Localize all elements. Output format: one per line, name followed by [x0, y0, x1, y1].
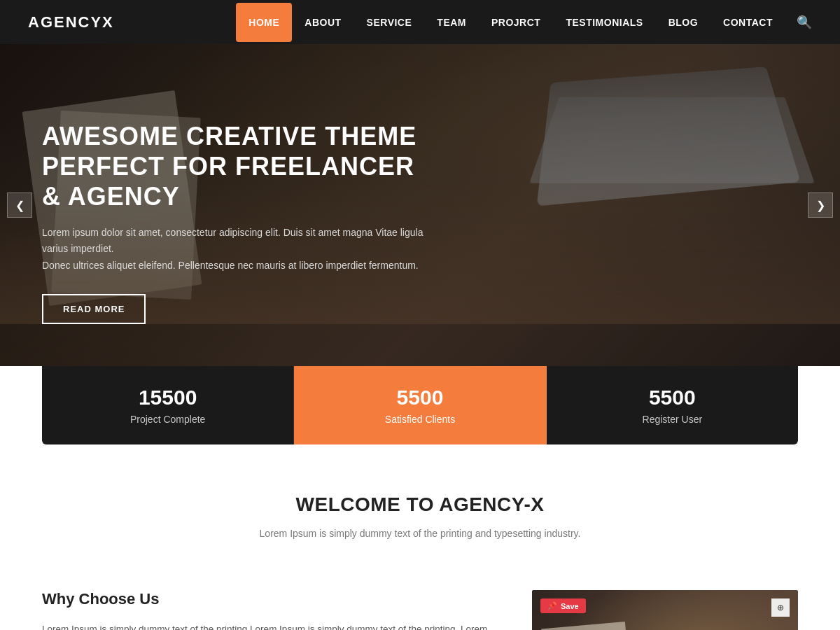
- nav-link-home[interactable]: HOME: [236, 3, 292, 42]
- brand-logo: AGENCYX: [28, 13, 114, 31]
- why-image: 📌 Save ⊕: [532, 590, 798, 630]
- hero-content: AWESOME CREATIVE THEME PERFECT FOR FREEL…: [0, 121, 476, 366]
- expand-button[interactable]: ⊕: [771, 598, 790, 617]
- read-more-button[interactable]: READ MORE: [42, 294, 146, 324]
- welcome-description: Lorem Ipsum is simply dummy text of the …: [42, 526, 798, 541]
- why-body-paragraph1: Lorem Ipsum is simply dummy text of the …: [42, 621, 490, 630]
- nav-item-project[interactable]: PROJRCT: [479, 3, 553, 42]
- why-section: Why Choose Us Lorem Ipsum is simply dumm…: [0, 569, 840, 630]
- navbar: AGENCYX HOME ABOUT SERVICE TEAM PROJRCT …: [0, 0, 840, 44]
- stats-bar: 15500 Project Complete 5500 Satisfied Cl…: [42, 366, 798, 444]
- welcome-title: WELCOME TO AGENCY-X: [42, 493, 798, 516]
- stat-satisfied-clients: 5500 Satisfied Clients: [294, 366, 546, 444]
- stat-label-clients: Satisfied Clients: [308, 414, 531, 425]
- nav-item-about[interactable]: ABOUT: [292, 3, 354, 42]
- hero-description: Lorem ipsum dolor sit amet, consectetur …: [42, 225, 434, 274]
- stat-number-clients: 5500: [308, 386, 531, 410]
- nav-link-team[interactable]: TEAM: [424, 3, 479, 42]
- nav-link-blog[interactable]: BLOG: [656, 3, 710, 42]
- stat-project-complete: 15500 Project Complete: [42, 366, 294, 444]
- search-icon[interactable]: 🔍: [797, 15, 812, 30]
- nav-link-project[interactable]: PROJRCT: [479, 3, 553, 42]
- stat-number-projects: 15500: [56, 386, 279, 410]
- nav-item-service[interactable]: SERVICE: [354, 3, 425, 42]
- nav-item-team[interactable]: TEAM: [424, 3, 479, 42]
- hero-title: AWESOME CREATIVE THEME PERFECT FOR FREEL…: [42, 121, 434, 212]
- nav-link-contact[interactable]: CONTACT: [710, 3, 785, 42]
- welcome-section: WELCOME TO AGENCY-X Lorem Ipsum is simpl…: [0, 444, 840, 569]
- stat-number-users: 5500: [561, 386, 784, 410]
- nav-item-home[interactable]: HOME: [236, 3, 292, 42]
- nav-item-blog[interactable]: BLOG: [656, 3, 710, 42]
- slide-prev-button[interactable]: ❮: [7, 192, 32, 218]
- nav-link-testimonials[interactable]: TESTIMONIALS: [553, 3, 655, 42]
- why-text-content: Why Choose Us Lorem Ipsum is simply dumm…: [42, 590, 490, 630]
- pin-icon: 📌: [547, 601, 557, 610]
- stat-label-users: Register User: [561, 414, 784, 425]
- nav-link-service[interactable]: SERVICE: [354, 3, 425, 42]
- nav-item-contact[interactable]: CONTACT: [710, 3, 785, 42]
- stat-label-projects: Project Complete: [56, 414, 279, 425]
- save-badge[interactable]: 📌 Save: [540, 598, 586, 613]
- nav-item-testimonials[interactable]: TESTIMONIALS: [553, 3, 655, 42]
- stat-register-user: 5500 Register User: [547, 366, 798, 444]
- expand-icon: ⊕: [777, 603, 784, 612]
- hero-section: ❮ ❯ AWESOME CREATIVE THEME PERFECT FOR F…: [0, 44, 840, 366]
- slide-next-button[interactable]: ❯: [808, 192, 833, 218]
- why-title: Why Choose Us: [42, 590, 490, 608]
- nav-links: HOME ABOUT SERVICE TEAM PROJRCT TESTIMON…: [236, 3, 785, 42]
- nav-link-about[interactable]: ABOUT: [292, 3, 354, 42]
